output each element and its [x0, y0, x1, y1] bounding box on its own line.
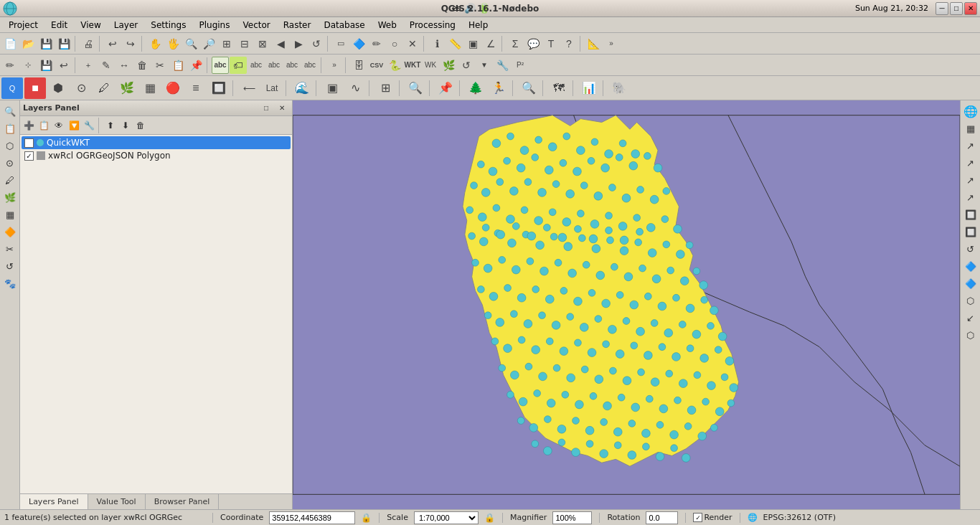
add-feature-button[interactable]: +: [80, 57, 97, 74]
edit-button[interactable]: ✏: [1, 57, 19, 74]
menu-item-layer[interactable]: Layer: [108, 19, 143, 32]
pan-button[interactable]: ✋: [146, 35, 164, 52]
minimize-button[interactable]: ─: [936, 2, 948, 15]
right-tool-3[interactable]: ↗: [963, 138, 979, 153]
plugin-btn-11[interactable]: ⟵: [238, 77, 260, 99]
tab-browser[interactable]: Browser Panel: [146, 494, 220, 509]
left-tool-6[interactable]: 🌿: [2, 189, 18, 205]
left-tool-5[interactable]: 🖊: [2, 172, 18, 188]
plugin-btn-7[interactable]: ▦: [139, 77, 161, 99]
wkt2-button[interactable]: WK: [422, 57, 439, 74]
plugin1-button[interactable]: 🌿: [440, 57, 457, 74]
pan-map-button[interactable]: 🖐: [164, 35, 182, 52]
label6-btn[interactable]: abc: [301, 57, 319, 74]
menu-item-project[interactable]: Project: [3, 19, 44, 32]
plugin-btn-18[interactable]: 📌: [435, 77, 456, 99]
zoom-in-button[interactable]: 🔍: [182, 35, 199, 52]
plugin-btn-24[interactable]: 🐘: [608, 77, 630, 99]
left-tool-7[interactable]: ▦: [2, 207, 18, 222]
plugin-btn-14[interactable]: ▣: [321, 77, 343, 99]
save-as-button[interactable]: 💾: [55, 35, 72, 52]
label3-btn[interactable]: abc: [248, 57, 265, 74]
menu-item-processing[interactable]: Processing: [404, 19, 461, 32]
close-button[interactable]: ✕: [964, 2, 977, 15]
right-tool-5[interactable]: ↗: [963, 172, 979, 188]
plugin-btn-8[interactable]: 🔴: [162, 77, 184, 99]
label2-btn[interactable]: 🏷: [230, 57, 247, 74]
layer-checkbox-quickwkt[interactable]: ✓: [24, 138, 34, 148]
label4-btn[interactable]: abc: [265, 57, 283, 74]
refresh-button[interactable]: ↺: [308, 35, 325, 52]
label5-btn[interactable]: abc: [283, 57, 301, 74]
more-button[interactable]: »: [603, 35, 620, 52]
db-manager-button[interactable]: 🗄: [350, 57, 367, 74]
left-tool-3[interactable]: ⬡: [2, 138, 18, 153]
menu-item-help[interactable]: Help: [463, 19, 494, 32]
plugin-btn-1[interactable]: Q: [1, 77, 23, 99]
plugin-btn-15[interactable]: ∿: [344, 77, 366, 99]
save-button[interactable]: 💾: [37, 35, 55, 52]
layers-copy-button[interactable]: 📋: [37, 118, 51, 133]
layer-item-xwrcl[interactable]: ✓ xwRcl OGRGeoJSON Polygon: [22, 149, 291, 162]
layers-close-button[interactable]: ✕: [275, 101, 289, 115]
right-tool-9[interactable]: ↺: [963, 241, 979, 257]
plugin-btn-6[interactable]: 🌿: [116, 77, 138, 99]
text-annot-button[interactable]: T: [542, 35, 560, 52]
maximize-button[interactable]: □: [950, 2, 963, 15]
plugin-btn-12[interactable]: Lat: [261, 77, 283, 99]
python-button[interactable]: 🐍: [386, 57, 403, 74]
zoom-full-button[interactable]: ⊞: [218, 35, 235, 52]
tab-value-tool[interactable]: Value Tool: [88, 494, 146, 509]
wkt-view-button[interactable]: WKT: [404, 57, 421, 74]
menu-item-vector[interactable]: Vector: [237, 19, 275, 32]
delete-button[interactable]: 🗑: [133, 57, 151, 74]
digitize-button[interactable]: ✎: [98, 57, 115, 74]
zoom-next-button[interactable]: ▶: [290, 35, 307, 52]
right-tool-4[interactable]: ↗: [963, 155, 979, 171]
zoom-out-button[interactable]: 🔎: [200, 35, 217, 52]
right-tool-1[interactable]: 🌐: [963, 103, 979, 119]
map-canvas[interactable]: [293, 100, 960, 509]
label-btn[interactable]: abc: [212, 57, 229, 74]
select-button[interactable]: ▭: [332, 35, 349, 52]
layer-item-quickwkt[interactable]: ✓ QuickWKT: [22, 136, 291, 149]
zoom-layer-button[interactable]: ⊟: [236, 35, 253, 52]
cut-button[interactable]: ✂: [151, 57, 169, 74]
more2-button[interactable]: »: [326, 57, 343, 74]
left-tool-8[interactable]: 🔶: [2, 224, 18, 240]
plugin-btn-9[interactable]: ≡: [185, 77, 207, 99]
menu-item-view[interactable]: View: [75, 19, 106, 32]
coordinate-input[interactable]: [269, 511, 355, 524]
plugin-btn-10[interactable]: 🔲: [208, 77, 230, 99]
menu-item-plugins[interactable]: Plugins: [193, 19, 235, 32]
plugin3-button[interactable]: ▼: [476, 57, 493, 74]
measure-area-button[interactable]: ▣: [464, 35, 481, 52]
undo-button[interactable]: ↩: [104, 35, 121, 52]
print-button[interactable]: 🖨: [80, 35, 97, 52]
right-tool-11[interactable]: 🔷: [963, 275, 979, 291]
layers-down-button[interactable]: ⬇: [118, 118, 133, 133]
layers-visibility-button[interactable]: 👁: [52, 118, 66, 133]
plugin-btn-4[interactable]: ⊙: [70, 77, 92, 99]
measure-button[interactable]: 📏: [446, 35, 463, 52]
right-tool-14[interactable]: ⬡: [963, 327, 979, 343]
right-tool-12[interactable]: ⬡: [963, 293, 979, 308]
plugin-btn-5[interactable]: 🖊: [93, 77, 115, 99]
csv-button[interactable]: CSV: [368, 57, 385, 74]
left-tool-2[interactable]: 📋: [2, 120, 18, 136]
deselect-button[interactable]: ✕: [404, 35, 421, 52]
layers-remove-button[interactable]: 🗑: [133, 118, 148, 133]
right-tool-8[interactable]: 🔲: [963, 224, 979, 240]
zoom-prev-button[interactable]: ◀: [272, 35, 289, 52]
rollback-button[interactable]: ↩: [55, 57, 72, 74]
plugin2-button[interactable]: ↺: [458, 57, 475, 74]
identify-button[interactable]: ℹ: [428, 35, 446, 52]
menu-item-edit[interactable]: Edit: [45, 19, 73, 32]
render-toggle[interactable]: ✓ Render: [693, 513, 732, 522]
right-tool-6[interactable]: ↗: [963, 189, 979, 205]
copy-button[interactable]: 📋: [169, 57, 187, 74]
menu-item-raster[interactable]: Raster: [278, 19, 317, 32]
plugin-btn-19[interactable]: 🌲: [465, 77, 486, 99]
layers-restore-button[interactable]: □: [259, 101, 273, 115]
plugin4-button[interactable]: 🔧: [494, 57, 511, 74]
